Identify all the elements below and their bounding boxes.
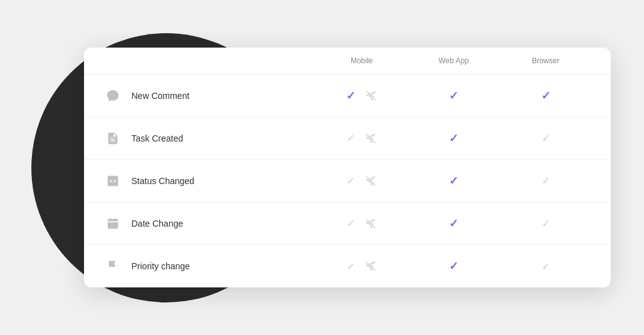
check-inactive-status-changed-mobile[interactable]: ✓ <box>347 175 355 187</box>
col-browser: Browser <box>500 56 592 65</box>
row-task-created: Task Created ✓ ✓ ✓ <box>84 117 611 160</box>
col-webapp: Web App <box>408 56 500 65</box>
cell-new-comment-browser: ✓ <box>500 89 592 103</box>
check-active-task-created-webapp[interactable]: ✓ <box>449 131 458 145</box>
plane-strikethrough-priority-change[interactable] <box>365 260 376 272</box>
plane-strikethrough-task-created[interactable] <box>365 133 376 144</box>
check-active-new-comment-webapp[interactable]: ✓ <box>449 89 458 103</box>
check-active-new-comment-mobile[interactable]: ✓ <box>346 89 356 103</box>
label-priority-change: Priority change <box>132 261 190 271</box>
check-inactive-task-created-browser[interactable]: ✓ <box>542 132 550 144</box>
row-label-priority-change: Priority change <box>103 256 316 276</box>
check-inactive-task-created-mobile[interactable]: ✓ <box>347 132 355 144</box>
cell-task-created-browser: ✓ <box>500 132 592 144</box>
plane-strikethrough-status-changed[interactable] <box>365 175 376 187</box>
cell-task-created-mobile: ✓ <box>316 132 408 144</box>
cell-priority-change-browser: ✓ <box>500 260 592 272</box>
label-task-created: Task Created <box>132 133 183 143</box>
svg-point-3 <box>110 180 112 182</box>
check-active-new-comment-browser[interactable]: ✓ <box>541 89 551 103</box>
row-status-changed: Status Changed ✓ ✓ ✓ <box>84 160 611 202</box>
table-header: Mobile Web App Browser <box>84 48 611 75</box>
cell-priority-change-webapp: ✓ <box>408 259 500 273</box>
check-active-priority-change-webapp[interactable]: ✓ <box>449 259 458 273</box>
notification-settings-card: Mobile Web App Browser New Comment ✓ <box>84 48 611 287</box>
plane-strikethrough-new-comment[interactable] <box>366 90 377 101</box>
cell-priority-change-mobile: ✓ <box>316 260 408 272</box>
row-label-task-created: Task Created <box>103 128 316 148</box>
check-inactive-date-change-browser[interactable]: ✓ <box>542 217 550 229</box>
label-col-empty <box>103 56 316 65</box>
status-icon <box>103 171 123 191</box>
check-active-date-change-webapp[interactable]: ✓ <box>449 217 458 230</box>
plane-strikethrough-date-change[interactable] <box>365 218 376 229</box>
cell-status-changed-webapp: ✓ <box>408 174 500 188</box>
row-new-comment: New Comment ✓ ✓ ✓ <box>84 75 611 117</box>
check-inactive-priority-change-browser[interactable]: ✓ <box>542 260 550 272</box>
cell-status-changed-browser: ✓ <box>500 175 592 187</box>
flag-icon <box>103 256 123 276</box>
cell-date-change-mobile: ✓ <box>316 217 408 229</box>
calendar-icon <box>103 214 123 234</box>
cell-new-comment-webapp: ✓ <box>408 89 500 103</box>
check-inactive-status-changed-browser[interactable]: ✓ <box>542 175 550 187</box>
svg-point-4 <box>113 180 115 182</box>
cell-status-changed-mobile: ✓ <box>316 175 408 187</box>
cell-new-comment-mobile: ✓ <box>316 89 408 103</box>
row-date-change: Date Change ✓ ✓ ✓ <box>84 202 611 245</box>
comment-icon <box>103 86 123 106</box>
check-inactive-priority-change-mobile[interactable]: ✓ <box>347 260 355 272</box>
label-status-changed: Status Changed <box>132 176 194 186</box>
check-active-status-changed-webapp[interactable]: ✓ <box>449 174 458 188</box>
cell-date-change-webapp: ✓ <box>408 217 500 230</box>
svg-rect-6 <box>107 219 118 229</box>
cell-task-created-webapp: ✓ <box>408 131 500 145</box>
row-label-status-changed: Status Changed <box>103 171 316 191</box>
label-date-change: Date Change <box>132 219 184 229</box>
check-inactive-date-change-mobile[interactable]: ✓ <box>347 217 355 229</box>
row-label-date-change: Date Change <box>103 214 316 234</box>
svg-rect-2 <box>107 175 118 186</box>
row-priority-change: Priority change ✓ ✓ ✓ <box>84 245 611 287</box>
document-icon <box>103 128 123 148</box>
row-label-new-comment: New Comment <box>103 86 316 106</box>
cell-date-change-browser: ✓ <box>500 217 592 229</box>
label-new-comment: New Comment <box>132 91 190 101</box>
col-mobile: Mobile <box>316 56 408 65</box>
